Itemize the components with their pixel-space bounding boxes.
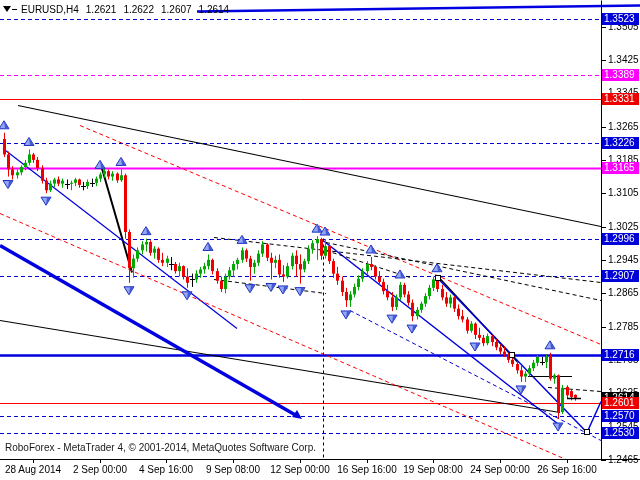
- time-tick-dash: [500, 459, 501, 463]
- price-level-badge: 1.2907: [602, 270, 639, 282]
- price-level-badge: 1.2996: [602, 233, 639, 245]
- time-tick-dash: [300, 459, 301, 463]
- price-tick-dash: [601, 327, 606, 328]
- chart-symbol-icon: [3, 6, 11, 12]
- price-level-badge: 1.2601: [602, 397, 639, 409]
- price-axis-tick: 1.2945: [608, 254, 639, 265]
- time-axis-label: 26 Sep 16:00: [537, 464, 597, 475]
- time-tick-dash: [233, 459, 234, 463]
- time-axis-label: 4 Sep 16:00: [139, 464, 193, 475]
- mt4-chart-window: EURUSD,H4 1.2621 1.2622 1.2607 1.2614 Ro…: [0, 0, 640, 480]
- price-axis[interactable]: 1.35051.34251.33451.32651.31851.31051.30…: [601, 0, 640, 459]
- time-tick-dash: [433, 459, 434, 463]
- price-tick-dash: [601, 127, 606, 128]
- time-axis-label: 12 Sep 00:00: [270, 464, 330, 475]
- time-axis-label: 19 Sep 08:00: [403, 464, 463, 475]
- price-axis-tick: 1.3425: [608, 54, 639, 65]
- time-tick-dash: [100, 459, 101, 463]
- last-bar-low: 1.2607: [161, 4, 192, 15]
- time-axis[interactable]: 28 Aug 20142 Sep 00:004 Sep 16:009 Sep 0…: [0, 459, 640, 480]
- chart-symbol-dash-icon: [12, 9, 17, 10]
- price-chart-canvas[interactable]: [0, 0, 640, 480]
- price-level-badge: 1.2570: [602, 410, 639, 422]
- time-axis-label: 28 Aug 2014: [5, 464, 61, 475]
- copyright-watermark: RoboForex - MetaTrader 4, © 2001-2014, M…: [5, 442, 316, 453]
- time-axis-label: 2 Sep 00:00: [73, 464, 127, 475]
- price-tick-dash: [601, 193, 606, 194]
- last-bar-high: 1.2622: [123, 4, 154, 15]
- price-level-badge: 1.3331: [602, 93, 639, 105]
- time-tick-dash: [567, 459, 568, 463]
- price-level-badge: 1.3389: [602, 69, 639, 81]
- price-level-badge: 1.2530: [602, 427, 639, 439]
- price-tick-dash: [601, 60, 606, 61]
- price-axis-tick: 1.3025: [608, 221, 639, 232]
- price-tick-dash: [601, 227, 606, 228]
- time-tick-dash: [166, 459, 167, 463]
- price-tick-dash: [601, 260, 606, 261]
- chart-symbol-label: EURUSD,H4: [21, 4, 79, 15]
- chart-title: EURUSD,H4 1.2621 1.2622 1.2607 1.2614: [3, 3, 229, 15]
- price-level-badge: 1.2716: [602, 349, 639, 361]
- price-axis-tick: 1.3105: [608, 187, 639, 198]
- price-tick-dash: [601, 27, 606, 28]
- price-tick-dash: [601, 293, 606, 294]
- time-axis-label: 9 Sep 08:00: [206, 464, 260, 475]
- price-axis-tick: 1.2785: [608, 321, 639, 332]
- price-axis-tick: 1.2865: [608, 287, 639, 298]
- time-axis-label: 24 Sep 00:00: [470, 464, 530, 475]
- price-level-badge: 1.3226: [602, 137, 639, 149]
- price-axis-tick: 1.3265: [608, 121, 639, 132]
- time-axis-label: 16 Sep 16:00: [337, 464, 397, 475]
- price-tick-dash: [601, 160, 606, 161]
- time-tick-dash: [367, 459, 368, 463]
- price-level-badge: 1.3523: [602, 13, 639, 25]
- time-tick-dash: [33, 459, 34, 463]
- last-bar-close: 1.2614: [199, 4, 230, 15]
- price-level-badge: 1.3165: [602, 162, 639, 174]
- last-bar-open: 1.2621: [86, 4, 117, 15]
